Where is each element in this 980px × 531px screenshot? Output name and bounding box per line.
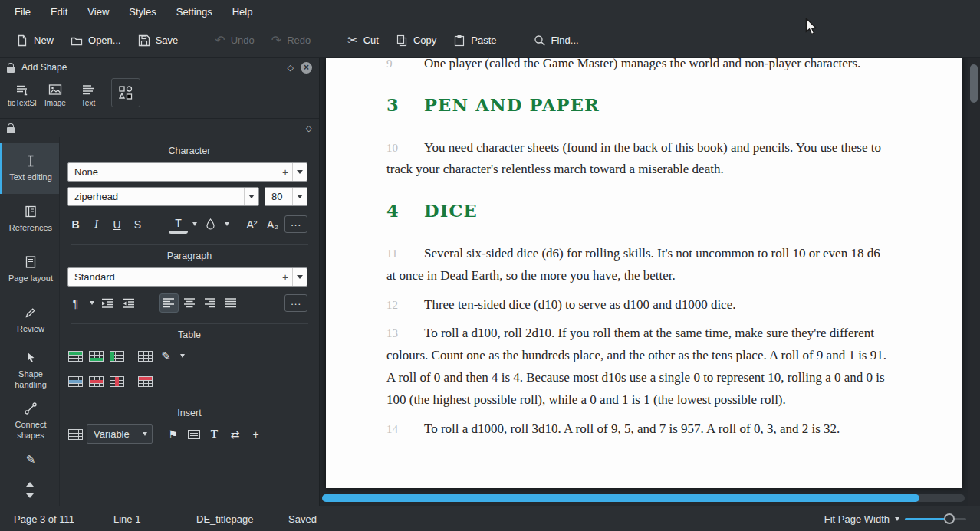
chevron-down-icon[interactable] [292,188,307,205]
undo-button[interactable]: ↶ Undo [208,29,261,51]
vertical-scrollbar[interactable] [968,58,980,506]
highlight-color-button[interactable] [201,215,220,234]
new-style-icon[interactable]: + [278,163,292,181]
delete-table-button[interactable] [136,372,155,391]
add-shape-image-button[interactable]: Image [39,83,71,107]
horizontal-scrollbar-thumb[interactable] [322,494,919,502]
character-more-button[interactable]: ... [284,215,307,233]
delete-column-button[interactable] [107,372,127,391]
chevron-down-icon[interactable] [244,188,258,205]
float-docker-icon[interactable]: ◇ [288,63,294,73]
paragraph[interactable]: 10 You need character sheets (found in t… [386,137,892,182]
paste-button[interactable]: Paste [446,29,503,52]
add-shape-text-button[interactable]: Text [72,83,104,107]
paragraph[interactable]: 13 To roll a d100, roll 2d10. If you rol… [386,323,892,411]
insert-row-below-button[interactable] [87,346,106,365]
font-color-button[interactable]: T [169,215,188,234]
table-style-button[interactable]: ✎ [156,346,176,365]
table-properties-button[interactable] [136,346,155,365]
vertical-scrollbar-thumb[interactable] [970,64,978,103]
new-button[interactable]: New [9,29,61,52]
tab-page-layout[interactable]: Page layout [0,244,59,295]
chevron-down-icon[interactable] [895,517,899,521]
table-style-dropdown[interactable] [177,346,187,365]
chevron-up-icon[interactable] [26,482,34,487]
insert-text-frame-button[interactable] [184,424,203,444]
redo-button[interactable]: ↷ Redo [265,29,317,51]
tab-shape-handling[interactable]: Shape handling [0,346,59,396]
new-style-icon[interactable]: + [278,268,292,286]
cut-button[interactable]: ✂ Cut [340,29,386,51]
insert-row-above-button[interactable] [66,346,85,365]
menu-settings[interactable]: Settings [166,2,222,21]
zoom-mode-select[interactable]: Fit Page Width [824,513,890,525]
underline-button[interactable]: U [107,215,127,234]
increase-indent-button[interactable] [98,293,117,313]
font-family-select[interactable]: ziperhead [67,187,259,206]
bold-button[interactable]: B [66,215,85,234]
section-heading[interactable]: 3 PEN AND PAPER [386,94,892,116]
align-left-button[interactable] [159,293,179,313]
insert-column-button[interactable] [107,346,127,365]
horizontal-scrollbar[interactable] [322,494,965,502]
lock-icon[interactable] [7,127,15,133]
merge-cells-button[interactable] [66,372,85,391]
chevron-down-icon[interactable] [26,493,34,498]
open-button[interactable]: Open... [64,29,128,52]
align-justify-button[interactable] [222,293,241,313]
copy-button[interactable]: Copy [389,29,443,52]
tab-connect-shapes[interactable]: Connect shapes [0,396,59,447]
paragraph[interactable]: 12 Three ten-sided dice (d10) to serve a… [386,294,892,316]
lock-icon[interactable] [7,67,15,73]
insert-text-button[interactable]: T [205,424,224,444]
menu-styles[interactable]: Styles [119,2,166,21]
document-page[interactable]: 9 One player (called the Game Master) ma… [326,58,962,488]
paragraph-style-select[interactable]: Standard + [67,267,307,287]
find-button[interactable]: Find... [527,29,586,52]
tab-partial[interactable]: ✎ [0,447,59,473]
superscript-button[interactable]: A² [242,215,261,234]
italic-button[interactable]: I [87,215,106,234]
paragraph[interactable]: 14 To roll a d1000, roll 3d10. A roll of… [386,418,892,441]
insert-table-button[interactable] [66,424,85,444]
font-color-dropdown[interactable] [189,215,199,234]
tab-references[interactable]: References [0,194,59,244]
chevron-down-icon[interactable] [292,163,307,181]
font-size-select[interactable]: 80 [265,187,307,206]
zoom-slider[interactable] [905,513,966,525]
menu-help[interactable]: Help [222,2,263,21]
save-button[interactable]: Save [131,29,186,52]
chevron-down-icon[interactable] [292,268,307,286]
menu-view[interactable]: View [77,2,119,21]
add-shape-artistic-text-button[interactable]: ticTextSI [6,83,38,107]
insert-bookmark-button[interactable]: ⚑ [163,424,183,444]
delete-row-button[interactable] [87,372,106,391]
float-docker-icon[interactable]: ◇ [306,123,312,133]
strikethrough-button[interactable]: S [128,215,147,234]
text-wrap-button[interactable]: ⇄ [225,424,245,444]
subscript-button[interactable]: A₂ [263,215,282,234]
decrease-indent-button[interactable] [119,293,138,313]
align-right-button[interactable] [201,293,220,313]
shape-collection-button[interactable] [111,78,140,107]
variable-select[interactable]: Variable [87,424,153,444]
tab-review[interactable]: Review [0,295,59,346]
insert-shape-button[interactable]: + [246,424,265,444]
paragraph-format-dropdown[interactable] [87,293,97,313]
paragraph[interactable]: 11 Several six-sided dice (d6) for rolli… [386,243,892,287]
paragraph-format-button[interactable]: ¶ [66,293,85,313]
section-heading[interactable]: 4 DICE [386,200,892,222]
menu-edit[interactable]: Edit [41,2,77,21]
chevron-down-icon[interactable] [137,425,152,443]
style-indicator[interactable]: DE_titlepage [196,513,288,525]
connect-shapes-icon [24,402,38,415]
menu-file[interactable]: File [5,2,41,21]
close-docker-icon[interactable]: × [301,62,312,74]
paragraph[interactable]: 9 One player (called the Game Master) ma… [386,58,892,75]
tab-text-editing[interactable]: Text editing [0,143,59,194]
highlight-color-dropdown[interactable] [222,215,232,234]
align-center-button[interactable] [180,293,199,313]
paragraph-more-button[interactable]: ... [284,294,307,312]
zoom-slider-handle[interactable] [944,513,955,524]
character-style-select[interactable]: None + [67,162,307,182]
